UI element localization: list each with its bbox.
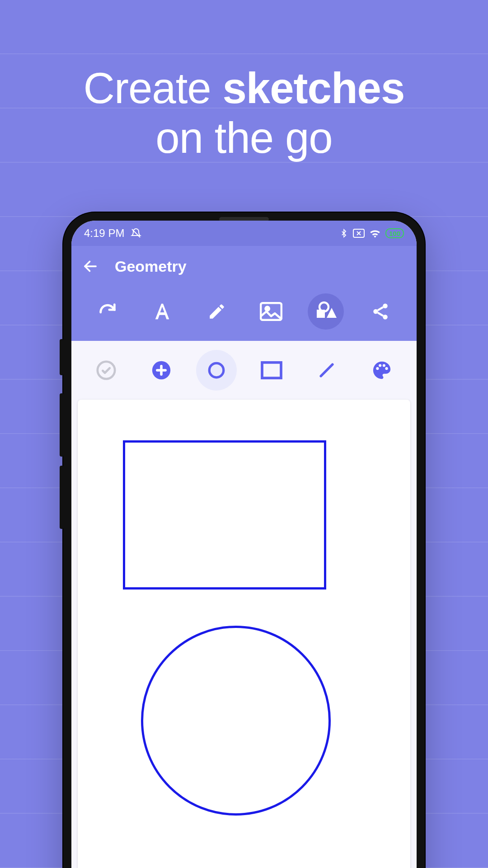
device-button [60, 339, 63, 375]
page-title: Geometry [115, 258, 187, 275]
share-button[interactable] [362, 293, 399, 330]
dnd-icon [131, 228, 141, 239]
back-button[interactable] [82, 258, 99, 274]
device-button [60, 393, 63, 457]
svg-point-7 [383, 304, 388, 309]
screen: 4:19 PM [71, 221, 417, 868]
device-button [60, 466, 63, 529]
screen-record-icon [353, 229, 365, 238]
svg-point-15 [376, 367, 379, 370]
wifi-icon [369, 229, 381, 238]
redo-button[interactable] [89, 293, 126, 330]
bluetooth-icon [339, 228, 348, 238]
text-tool-button[interactable] [144, 293, 180, 330]
palette-button[interactable] [361, 350, 402, 391]
circle-shape-button[interactable] [196, 350, 237, 391]
promo-heading: Create sketches on the go [0, 0, 488, 163]
line-shape-button[interactable] [306, 350, 347, 391]
status-bar: 4:19 PM [71, 221, 417, 246]
svg-point-9 [383, 315, 388, 320]
svg-point-8 [373, 309, 378, 314]
svg-point-18 [385, 367, 388, 370]
status-time: 4:19 PM [84, 227, 124, 240]
canvas-circle[interactable] [141, 626, 331, 816]
image-tool-button[interactable] [253, 293, 289, 330]
device-frame: 4:19 PM [63, 212, 425, 868]
hero-line2: on the go [0, 113, 488, 163]
hero-line1-light: Create [84, 64, 223, 112]
drawing-canvas[interactable] [78, 400, 410, 868]
canvas-rectangle[interactable] [123, 440, 326, 590]
rect-shape-button[interactable] [251, 350, 292, 391]
app-bar: Geometry [71, 246, 417, 287]
battery-indicator: 100 [385, 228, 404, 238]
shapes-tool-button[interactable] [308, 293, 344, 330]
svg-point-17 [383, 364, 385, 367]
svg-point-4 [266, 307, 269, 311]
pencil-tool-button[interactable] [199, 293, 235, 330]
svg-rect-13 [262, 363, 281, 378]
main-toolbar [71, 287, 417, 341]
svg-line-14 [321, 364, 333, 376]
hero-line1-bold: sketches [222, 64, 404, 112]
confirm-button[interactable] [86, 350, 127, 391]
add-shape-button[interactable] [141, 350, 182, 391]
svg-point-12 [209, 363, 224, 377]
shape-toolbar [71, 341, 417, 400]
svg-point-16 [379, 364, 381, 367]
